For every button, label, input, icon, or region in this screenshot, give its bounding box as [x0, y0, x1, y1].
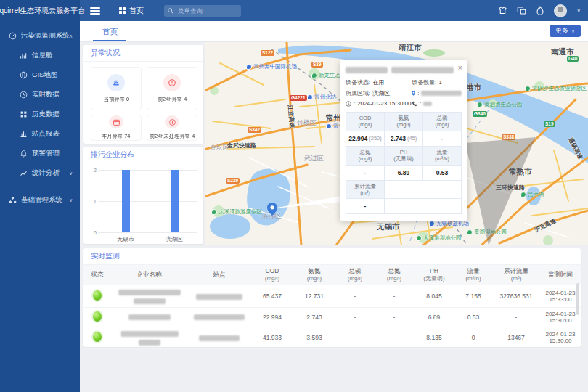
map-label: 通锡高速	[567, 136, 585, 160]
device-info-popup: × 设备状态:在用 设备数量:1 所属区域:滨湖区 :	[340, 60, 467, 221]
hamburger-menu-icon[interactable]	[90, 7, 100, 15]
calendar-icon	[109, 115, 123, 128]
road-badge: G346	[473, 111, 487, 117]
siren-icon	[107, 74, 125, 91]
grid-icon	[119, 7, 126, 14]
sidebar-item-statistics[interactable]: 统计分析 ∨	[0, 164, 80, 182]
chevron-down-icon[interactable]: ∨	[576, 7, 581, 14]
sidebar-item-site-report[interactable]: 站点报表	[0, 125, 80, 143]
road-badge: G40	[567, 56, 579, 62]
table-header-row: 状态 企业名称 站点 COD(mg/l) 氨氮(mg/l) 总磷(mg/l) 总…	[83, 265, 581, 285]
flame-icon[interactable]	[536, 6, 544, 15]
sidebar-item-realtime-data[interactable]: 实时数据	[0, 86, 80, 104]
park-poi-icon	[211, 209, 217, 215]
stat-label: 本月异常 74	[102, 132, 131, 139]
map-label: 钟楼区	[297, 118, 317, 128]
map-canvas[interactable]: 靖江市南通市常州市无锡市常熟市张家港市金坛区钟楼区武进区滨湖区金武快速路江宜高速…	[205, 41, 588, 245]
monitor-table: 状态 企业名称 站点 COD(mg/l) 氨氮(mg/l) 总磷(mg/l) 总…	[83, 265, 581, 349]
sidebar-item-info-cabin[interactable]: 信息舱	[0, 46, 80, 65]
alert-clock-icon	[163, 74, 181, 91]
time-field: :2024-01-23 15:30:00	[346, 100, 412, 107]
map-label: 沪宜高速	[533, 217, 558, 234]
menu-search[interactable]	[164, 5, 241, 17]
more-button[interactable]: 更多 ∨	[550, 25, 581, 37]
map-label: 昆承湖	[520, 191, 544, 198]
enterprise-distribution-panel: 排污企业分布 012无锡市滨湖区	[83, 147, 203, 244]
tab-active-underline	[93, 40, 126, 41]
stat-24h-unhandled-abnormal[interactable]: 前24h未处理异常 4	[147, 115, 197, 141]
device-count-field: 设备数量:1	[412, 78, 462, 86]
app-root: Squirrel生态环境云服务平台 首页 ∨ 污染源监测系统 ∧ 信息舱	[0, 0, 588, 392]
nav-home-label: 首页	[129, 6, 144, 16]
panel-title: 排污企业分布	[83, 147, 203, 163]
exclamation-circle-icon	[165, 115, 179, 128]
map-label: 黄泗浦生态公园	[477, 101, 523, 108]
user-avatar[interactable]	[554, 4, 567, 17]
road-badge: G4221	[290, 95, 307, 101]
table-row[interactable]: 41.933 3.593 - - 8.135 0 13467 2024-01-2…	[83, 327, 581, 348]
reading-header: 总氮(mg/l)	[346, 147, 385, 166]
nav-home[interactable]: 首页	[119, 6, 144, 16]
chart-gridline	[98, 170, 197, 171]
search-icon	[168, 8, 173, 14]
table-row[interactable]: 65.437 12.731 - - 8.045 7.155 327636.531…	[83, 285, 581, 307]
header-icons: ∨	[498, 0, 581, 21]
sidebar-item-label: 信息舱	[32, 51, 53, 60]
transport-poi-icon	[429, 221, 435, 226]
device-status-field: 设备状态:在用	[346, 78, 412, 86]
map-label: 金坛区	[210, 143, 229, 152]
reading-value: 2.743(45)	[385, 131, 423, 147]
location-pin-icon	[412, 90, 415, 97]
sidebar-item-alert-management[interactable]: 预警管理	[0, 144, 80, 163]
stat-24h-abnormal[interactable]: 前24h异常 4	[147, 67, 197, 110]
bell-icon	[20, 150, 28, 158]
map-label: 无锡市	[377, 222, 400, 232]
tab-home[interactable]: 首页	[93, 21, 127, 41]
tab-bar: 首页 更多 ∨	[80, 21, 588, 42]
stat-label: 前24h异常 4	[158, 95, 187, 102]
panel-title: 异常状况	[83, 45, 203, 62]
sidebar-item-label: GIS地图	[32, 70, 57, 80]
chevron-down-icon: ∨	[69, 171, 73, 176]
sidebar-item-gis-map[interactable]: GIS地图	[0, 66, 80, 84]
stat-label: 当前异常 0	[103, 95, 129, 102]
x-axis-tick: 无锡市	[107, 235, 144, 243]
history-grid-icon	[20, 110, 28, 118]
info-chart-icon	[20, 52, 28, 60]
theme-skin-icon[interactable]	[498, 6, 507, 15]
stat-month-abnormal[interactable]: 本月异常 74	[91, 115, 142, 141]
road-badge: S122	[261, 50, 274, 56]
bar-无锡市	[122, 170, 130, 232]
reading-header: 累计流量(m³)	[346, 181, 385, 200]
abnormal-status-panel: 异常状况 当前异常 0 前24h异常 4 本月异常 74 前24h未处理异常 4	[83, 45, 203, 144]
sidebar-item-admin-system[interactable]: 基础管理系统 ∨	[0, 191, 80, 209]
chevron-up-icon: ∧	[69, 33, 73, 39]
map-marker-pin[interactable]	[267, 203, 277, 216]
table-scrollbar[interactable]	[576, 283, 579, 315]
map-label: 江宜高速	[286, 105, 296, 128]
map-label: 常州北站	[307, 94, 336, 101]
sidebar-item-pollution-system[interactable]: 污染源监测系统 ∧	[0, 27, 80, 45]
map-label: 靖江市	[399, 43, 422, 53]
site-name-redacted	[187, 285, 251, 307]
status-dot-green	[93, 290, 102, 301]
layout-screen-icon[interactable]	[517, 6, 526, 15]
more-button-label: 更多	[555, 26, 568, 36]
y-axis-tick: 2	[89, 167, 97, 173]
sidebar-item-history-data[interactable]: 历史数据	[0, 105, 80, 123]
transport-poi-icon	[326, 123, 332, 129]
map-label: 无锡硕放机场	[429, 220, 469, 227]
stat-current-abnormal[interactable]: 当前异常 0	[91, 67, 142, 110]
search-input[interactable]	[176, 7, 230, 15]
sidebar-item-label: 实时数据	[32, 90, 60, 99]
bar-chart: 012无锡市滨湖区	[98, 170, 197, 232]
table-row[interactable]: 22.994 2.743 - - 6.89 0.53 - 2024-01-23 …	[83, 307, 581, 327]
address-field: :	[412, 89, 462, 97]
map-label: 太湖湾旅游度假区	[211, 208, 262, 216]
close-icon[interactable]: ×	[458, 64, 462, 72]
reading-header: COD(mg/l)	[346, 113, 385, 131]
map-label: 大溪港湿地公园	[416, 234, 462, 242]
chevron-down-icon: ∨	[571, 28, 575, 34]
chart-gridline	[98, 232, 197, 233]
table-filler	[385, 181, 462, 200]
